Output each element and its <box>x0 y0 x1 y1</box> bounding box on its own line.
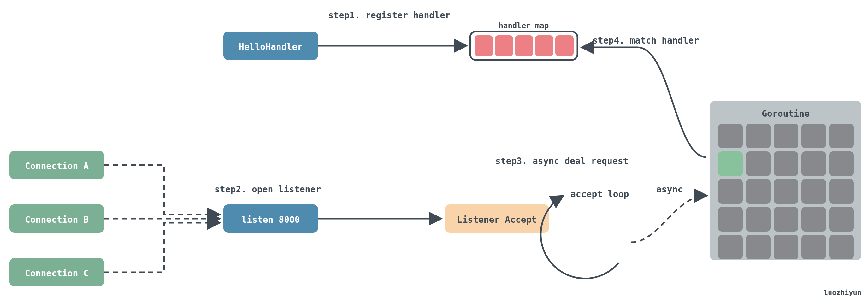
handler-slot <box>555 35 574 56</box>
arrow-match-handler <box>583 47 706 157</box>
svg-rect-1 <box>746 124 771 148</box>
handler-slot <box>515 35 533 56</box>
async-arrow <box>631 196 706 242</box>
listener-accept-text: Listener Accept <box>457 214 537 225</box>
diagram-canvas: HelloHandler step1. register handler han… <box>0 0 868 300</box>
svg-rect-8 <box>829 152 854 176</box>
svg-rect-10 <box>746 179 771 204</box>
svg-rect-5 <box>746 152 771 176</box>
svg-rect-0 <box>718 124 743 148</box>
accept-loop-arrow <box>541 196 618 278</box>
svg-rect-15 <box>746 207 771 232</box>
connection-a-text: Connection A <box>25 161 89 171</box>
svg-rect-14 <box>718 207 743 232</box>
async-label: async <box>656 184 683 195</box>
svg-rect-18 <box>829 207 854 232</box>
svg-rect-7 <box>801 152 826 176</box>
listen-text: listen 8000 <box>241 214 300 225</box>
svg-rect-13 <box>829 179 854 204</box>
svg-rect-2 <box>774 124 798 148</box>
svg-rect-3 <box>801 124 826 148</box>
step2-label: step2. open listener <box>215 184 321 195</box>
connection-c-text: Connection C <box>25 268 89 278</box>
step4-label: step4. match handler <box>593 35 699 46</box>
svg-rect-16 <box>774 207 798 232</box>
conn-c-arrow <box>104 223 219 272</box>
handler-map-label: handler map <box>499 22 549 30</box>
svg-rect-9 <box>718 179 743 204</box>
hello-handler-text: HelloHandler <box>239 42 303 52</box>
svg-rect-12 <box>801 179 826 204</box>
credit-text: luozhiyun <box>824 289 861 297</box>
accept-loop-label: accept loop <box>570 189 629 199</box>
handler-slot <box>474 35 493 56</box>
svg-rect-17 <box>801 207 826 232</box>
goroutine-title: Goroutine <box>762 108 810 119</box>
svg-rect-6 <box>774 152 798 176</box>
step1-label: step1. register handler <box>328 10 451 21</box>
svg-rect-21 <box>774 235 798 259</box>
svg-rect-4 <box>829 124 854 148</box>
svg-rect-23 <box>829 235 854 259</box>
goroutine-grid <box>718 124 854 259</box>
svg-rect-20 <box>746 235 771 259</box>
step3-label: step3. async deal request <box>495 156 628 166</box>
handler-slot <box>495 35 513 56</box>
connection-b-text: Connection B <box>25 214 89 225</box>
svg-rect-19 <box>718 235 743 259</box>
handler-slot <box>535 35 553 56</box>
svg-rect-11 <box>774 179 798 204</box>
svg-rect-22 <box>801 235 826 259</box>
goroutine-cell-active <box>718 152 743 176</box>
conn-a-arrow <box>104 165 219 214</box>
